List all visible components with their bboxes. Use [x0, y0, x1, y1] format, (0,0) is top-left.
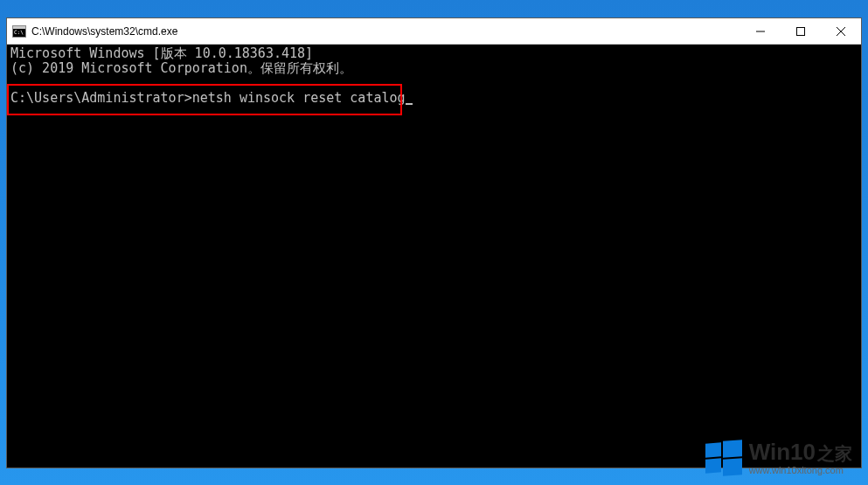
maximize-button[interactable]	[781, 18, 821, 44]
window-controls	[740, 18, 861, 44]
cmd-window: C:\ C:\Windows\system32\cmd.exe Microsof…	[6, 17, 862, 468]
terminal-area[interactable]: Microsoft Windows [版本 10.0.18363.418] (c…	[7, 45, 861, 468]
terminal-output-line: Microsoft Windows [版本 10.0.18363.418]	[10, 46, 858, 61]
cursor	[406, 103, 413, 105]
minimize-button[interactable]	[740, 18, 781, 44]
watermark: Win10之家 www.win10xitong.com	[705, 440, 852, 476]
minimize-icon	[756, 27, 765, 36]
windows-logo-icon	[705, 440, 742, 476]
close-button[interactable]	[821, 18, 861, 44]
terminal-output-line: (c) 2019 Microsoft Corporation。保留所有权利。	[10, 61, 858, 76]
command-text: netsh winsock reset catalog	[192, 91, 406, 106]
prompt-text: C:\Users\Administrator>	[10, 91, 192, 106]
terminal-prompt-line: C:\Users\Administrator>netsh winsock res…	[10, 91, 858, 106]
svg-rect-1	[797, 27, 805, 35]
watermark-brand: Win10之家	[749, 440, 852, 463]
terminal-blank-line	[10, 76, 858, 91]
titlebar[interactable]: C:\ C:\Windows\system32\cmd.exe	[7, 18, 861, 45]
watermark-text: Win10之家 www.win10xitong.com	[749, 440, 852, 475]
maximize-icon	[796, 27, 805, 36]
cmd-icon: C:\	[12, 25, 26, 38]
window-title: C:\Windows\system32\cmd.exe	[31, 25, 177, 38]
watermark-url: www.win10xitong.com	[749, 465, 852, 475]
close-icon	[837, 27, 845, 36]
titlebar-left: C:\ C:\Windows\system32\cmd.exe	[7, 25, 177, 38]
